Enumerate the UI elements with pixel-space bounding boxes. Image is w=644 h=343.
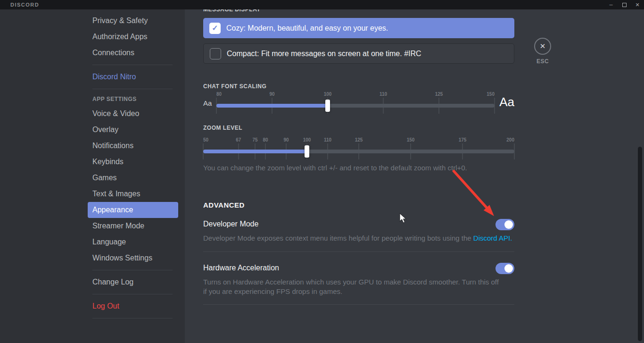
font-slider-track[interactable] [216,104,495,108]
sidebar-item-streamer-mode[interactable]: Streamer Mode [88,218,178,234]
window-controls: ─ ✕ [604,0,644,9]
maximize-icon [622,3,627,7]
sidebar-divider [92,270,173,270]
developer-mode-description-text: Developer Mode exposes context menu item… [203,234,473,242]
zoom-tick-label: 200 [506,137,514,142]
developer-mode-toggle[interactable] [495,219,514,230]
advanced-section-label: ADVANCED [203,201,245,209]
developer-mode-row: Developer Mode [203,220,514,228]
sidebar-item-discord-nitro[interactable]: Discord Nitro [88,69,178,85]
sidebar-divider [92,318,173,318]
zoom-slider-fill [203,150,307,153]
sidebar-item-appearance[interactable]: Appearance [88,202,178,218]
sidebar-item-games[interactable]: Games [88,170,178,186]
close-window-icon: ✕ [635,2,639,8]
cozy-checkbox[interactable]: ✓ [209,23,221,34]
settings-nav: Privacy & Safety Authorized Apps Connect… [88,13,178,322]
section-divider [203,251,514,252]
sidebar-item-keybinds[interactable]: Keybinds [88,154,178,170]
hardware-acceleration-row: Hardware Acceleration [203,264,514,272]
chat-font-scaling-section-label: CHAT FONT SCALING [203,84,266,89]
check-icon: ✓ [212,24,218,33]
window-titlebar: DISCORD ─ ✕ [0,0,644,9]
sidebar-item-language[interactable]: Language [88,234,178,250]
zoom-tick-label: 175 [459,137,467,142]
font-tick-label: 125 [435,92,443,97]
close-settings-button[interactable]: ✕ [534,38,551,55]
zoom-level-slider: 50 67 75 80 90 100 110 125 150 175 200 [203,137,514,166]
sidebar-item-overlay[interactable]: Overlay [88,122,178,138]
esc-label: ESC [534,58,551,65]
scrollbar-thumb[interactable] [638,147,642,341]
font-preview-large: Aa [499,95,514,109]
sidebar-divider [92,294,173,294]
sidebar-item-connections[interactable]: Connections [88,45,178,61]
close-icon: ✕ [540,42,546,50]
close-settings-control: ✕ ESC [534,38,551,65]
chat-font-scaling-slider: Aa Aa 80 90 100 110 125 150 [203,92,514,120]
compact-option-row[interactable]: Compact: Fit more messages on screen at … [203,43,514,64]
zoom-tick-label: 90 [283,137,289,142]
sidebar-item-change-log[interactable]: Change Log [88,274,178,290]
zoom-slider-handle[interactable] [305,145,309,158]
section-divider [203,304,514,305]
maximize-button[interactable] [618,0,631,9]
minimize-button[interactable]: ─ [604,0,618,9]
sidebar-item-text-images[interactable]: Text & Images [88,186,178,202]
zoom-tick-label: 67 [236,137,241,142]
sidebar-divider [92,89,173,89]
sidebar-item-privacy-safety[interactable]: Privacy & Safety [88,13,178,29]
font-tick-label: 80 [216,92,222,97]
settings-content: MESSAGE DISPLAY ✓ Cozy: Modern, beautifu… [185,0,644,343]
compact-checkbox[interactable] [210,48,221,59]
toggle-knob [504,264,513,273]
font-tick-label: 110 [380,92,387,97]
cozy-option-row[interactable]: ✓ Cozy: Modern, beautiful, and easy on y… [203,18,514,38]
sidebar-item-authorized-apps[interactable]: Authorized Apps [88,29,178,45]
font-tick-label: 90 [269,92,274,97]
sidebar-item-log-out[interactable]: Log Out [88,298,178,314]
discord-api-link[interactable]: Discord API. [473,234,512,242]
developer-mode-description: Developer Mode exposes context menu item… [203,234,512,243]
app-settings-header: APP SETTINGS [88,93,178,106]
sidebar-item-voice-video[interactable]: Voice & Video [88,106,178,122]
toggle-knob [504,220,513,229]
font-slider-fill [216,104,328,108]
zoom-tick-label: 110 [324,137,331,142]
zoom-level-section-label: ZOOM LEVEL [203,125,242,131]
hardware-acceleration-description: Turns on Hardware Acceleration which use… [203,277,501,296]
sidebar-divider [92,65,173,65]
zoom-tick-label: 75 [252,137,257,142]
minimize-icon: ─ [609,2,612,8]
zoom-help-text: You can change the zoom level with ctrl … [203,164,467,172]
font-slider-handle[interactable] [325,100,330,112]
compact-option-label: Compact: Fit more messages on screen at … [227,50,421,58]
sidebar-item-windows-settings[interactable]: Windows Settings [88,250,178,266]
font-preview-small: Aa [203,99,212,107]
developer-mode-title: Developer Mode [203,220,514,228]
close-window-button[interactable]: ✕ [631,0,644,9]
font-slider-area: 80 90 100 110 125 150 [216,92,495,120]
font-tick-label: 100 [324,92,332,97]
zoom-tick-label: 150 [407,137,415,142]
discord-logo: DISCORD [10,2,39,8]
zoom-tick-label: 100 [303,137,311,142]
font-tick-label: 150 [487,92,495,97]
zoom-slider-area: 50 67 75 80 90 100 110 125 150 175 200 [203,137,514,166]
hardware-acceleration-title: Hardware Acceleration [203,264,514,272]
sidebar-item-notifications[interactable]: Notifications [88,138,178,154]
zoom-tick-label: 50 [203,137,208,142]
zoom-tick-label: 125 [355,137,363,142]
zoom-tick-label: 80 [263,137,268,142]
hardware-acceleration-toggle[interactable] [495,263,514,274]
zoom-slider-track[interactable] [203,150,514,153]
cozy-option-label: Cozy: Modern, beautiful, and easy on you… [226,24,388,33]
